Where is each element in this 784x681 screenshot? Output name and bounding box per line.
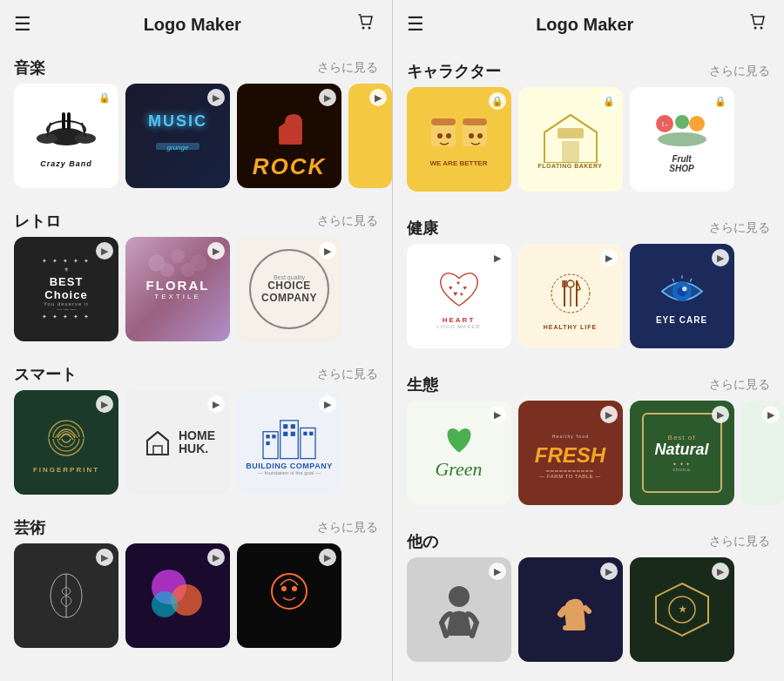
card-art1[interactable]: ▶ (14, 543, 118, 648)
other1-badge: ▶ (489, 563, 506, 580)
home-huk-text: HOME (179, 429, 215, 442)
svg-rect-27 (280, 421, 299, 459)
other-title: 他の (407, 531, 438, 552)
music-title: 音楽 (14, 57, 45, 78)
svg-point-50 (437, 133, 443, 138)
retro-see-more[interactable]: さらに見る (317, 213, 378, 229)
card-choice-company[interactable]: Best quality CHOICECOMPANY ▶ (237, 237, 341, 341)
smart-see-more[interactable]: さらに見る (317, 367, 378, 382)
health-see-more[interactable]: さらに見る (709, 220, 770, 236)
svg-point-54 (469, 133, 474, 138)
ecology-see-more[interactable]: さらに見る (709, 377, 770, 393)
fresh-badge: ▶ (600, 406, 618, 423)
other2-badge: ▶ (600, 563, 618, 580)
left-cart-icon[interactable] (354, 10, 378, 39)
svg-point-61 (689, 116, 705, 131)
card-building-company[interactable]: BUILDING COMPANY — foundation is the goa… (237, 390, 341, 495)
we-are-better-text: WE ARE BETTER (430, 159, 488, 168)
card-other3[interactable]: ★ ▶ (630, 557, 734, 662)
other-see-more[interactable]: さらに見る (709, 534, 770, 550)
card-music-grunge[interactable]: MUSIC grunge ▶ (125, 84, 230, 188)
art1-badge: ▶ (96, 549, 113, 566)
music-section: 音楽 さらに見る Cra (0, 49, 392, 195)
svg-line-24 (147, 432, 158, 441)
other-section: 他の さらに見る ▶ (393, 519, 785, 669)
smart-section: スマート さらに見る F (0, 355, 392, 502)
choice-company-text: CHOICECOMPANY (261, 280, 317, 303)
other-cards-row: ▶ ▶ (393, 557, 785, 669)
left-panel: ☰ Logo Maker 音楽 さらに見る (0, 0, 392, 681)
other3-badge: ▶ (712, 563, 729, 580)
svg-text:♥: ♥ (459, 290, 463, 296)
card-fruit-shop[interactable]: FruItSHOP 🔒 (630, 87, 734, 192)
music-grunge-label: MUSIC (148, 112, 207, 131)
healthy-life-text: HEALTHY LIFE (544, 324, 598, 330)
best-choice-text: BEST (50, 275, 84, 288)
art-section-header: 芸術 さらに見る (0, 509, 392, 543)
card-fingerprint[interactable]: FINGERPRINT ▶ (14, 390, 118, 495)
art-section: 芸術 さらに見る ▶ (0, 509, 392, 655)
retro-cards-row: ✦ ✦ ✦ ✦ ✦ ⚜ BEST Choice You deserve it —… (0, 237, 392, 348)
rock-label: ROCK (253, 153, 327, 180)
crazy-band-badge: 🔒 (96, 89, 113, 106)
card-partial-ecology[interactable]: ▶ (741, 401, 785, 505)
svg-text:♥: ♥ (449, 283, 453, 291)
svg-text:♥: ♥ (463, 283, 467, 291)
smart-cards-row: FINGERPRINT ▶ HOME (0, 390, 392, 502)
heart-text: HEART (443, 316, 476, 324)
art-cards-row: ▶ ▶ (0, 543, 392, 655)
svg-point-64 (666, 125, 667, 126)
svg-rect-23 (153, 446, 162, 455)
ecology-section: 生態 さらに見る Green ▶ Healthy food (393, 362, 785, 512)
card-floating-bakery[interactable]: FLOATING BAKERY 🔒 (518, 87, 623, 192)
retro-title: レトロ (14, 211, 61, 232)
card-natural[interactable]: Best of Natural ✦ ✦ ✦ choice ▶ (630, 401, 734, 505)
card-heart[interactable]: ♥ ♥ ♥ ♥ ♥ HEART LOGO MAKER ▶ (407, 244, 511, 348)
natural-text: Natural (654, 442, 708, 459)
fresh-text: FRESH (535, 445, 605, 466)
card-green[interactable]: Green ▶ (407, 401, 511, 505)
right-header: ☰ Logo Maker (393, 0, 785, 49)
left-menu-icon[interactable]: ☰ (14, 13, 31, 36)
right-cart-icon[interactable] (746, 10, 770, 39)
rock-badge: ▶ (319, 89, 336, 106)
card-healthy-life[interactable]: HEALTHY LIFE ▶ (518, 244, 623, 348)
card-fresh[interactable]: Healthy food FRESH ━━━━━━━━━━━ — FARM TO… (518, 401, 623, 505)
floating-bakery-text: FLOATING BAKERY (538, 163, 603, 169)
svg-point-65 (662, 125, 664, 126)
card-eye-care[interactable]: EYE CARE ▶ (630, 244, 734, 348)
svg-point-1 (368, 27, 370, 30)
heart-badge: ▶ (489, 249, 506, 266)
svg-rect-7 (67, 112, 71, 130)
svg-rect-6 (62, 112, 65, 130)
svg-text:Healthy food: Healthy food (551, 435, 588, 439)
ecology-cards-row: Green ▶ Healthy food FRESH ━━━━━━━━━━━ —… (393, 401, 785, 512)
fruit-shop-text: FruItSHOP (669, 154, 693, 173)
card-best-choice[interactable]: ✦ ✦ ✦ ✦ ✦ ⚜ BEST Choice You deserve it —… (14, 237, 118, 341)
art-see-more[interactable]: さらに見る (317, 520, 378, 536)
card-crazy-band[interactable]: Crazy Band 🔒 (14, 84, 118, 188)
svg-rect-49 (431, 118, 456, 125)
ecology-title: 生態 (407, 374, 438, 395)
svg-text:★: ★ (678, 604, 686, 614)
card-other2[interactable]: ▶ (518, 557, 623, 662)
svg-rect-29 (266, 435, 269, 438)
health-title: 健康 (407, 218, 438, 239)
card-rock[interactable]: ROCK ▶ (237, 84, 341, 188)
svg-point-14 (171, 249, 185, 263)
card-partial-music[interactable]: ▶ (348, 84, 392, 188)
svg-text:♥: ♥ (456, 280, 460, 286)
card-art2[interactable]: ▶ (125, 543, 230, 648)
character-see-more[interactable]: さらに見る (709, 64, 770, 79)
fruit-shop-badge: 🔒 (712, 92, 729, 110)
music-see-more[interactable]: さらに見る (317, 60, 378, 76)
card-we-are-better[interactable]: WE ARE BETTER 🔒 (407, 87, 511, 192)
green-badge: ▶ (489, 406, 506, 423)
card-other1[interactable]: ▶ (407, 557, 511, 662)
card-art3[interactable]: ▶ (237, 543, 341, 648)
svg-point-42 (152, 591, 178, 617)
crazy-band-label: Crazy Band (40, 159, 92, 168)
card-floral[interactable]: FLORAL TEXTILE ▶ (125, 237, 230, 341)
card-home-huk[interactable]: HOME HUK. ▶ (125, 390, 230, 495)
right-menu-icon[interactable]: ☰ (407, 13, 424, 36)
